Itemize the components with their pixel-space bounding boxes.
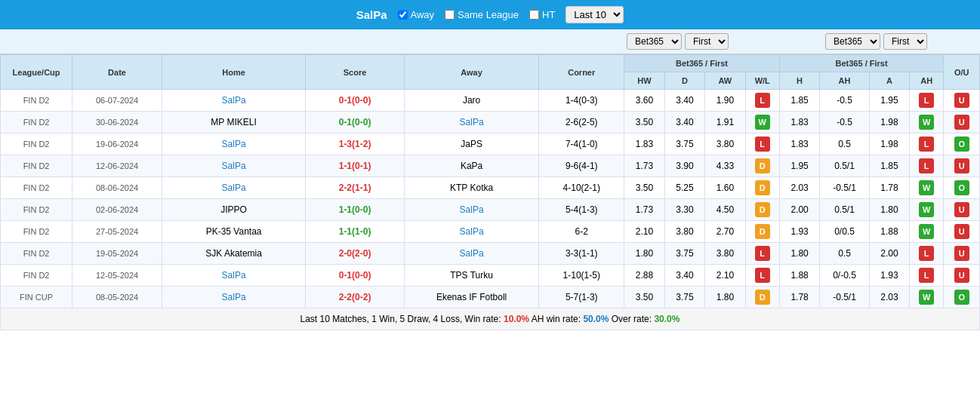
footer-ah-text: AH win rate: [529, 314, 583, 324]
footer-prefix: Last 10 Matches, 1 Win, 5 Draw, 4 Loss, … [300, 314, 504, 324]
wl-cell: L [745, 133, 779, 155]
h-cell: 1.88 [779, 265, 819, 287]
home-team[interactable]: SalPa [222, 183, 246, 193]
wl-cell: L [745, 265, 779, 287]
away-team[interactable]: SalPa [460, 117, 484, 127]
h-cell: 1.93 [779, 221, 819, 243]
aw-cell: 1.60 [705, 177, 745, 199]
date-cell: 08-06-2024 [72, 177, 162, 199]
ou-badge: O [954, 137, 969, 152]
away-option[interactable]: Away [398, 9, 435, 20]
ou-badge: U [954, 158, 969, 173]
league-cell: FIN D2 [1, 221, 72, 243]
ah2-cell: W [910, 221, 944, 243]
table-row: FIN D2 19-06-2024 SalPa 1-3(1-2) JaPS 7-… [1, 133, 980, 155]
wl-badge: L [919, 158, 934, 173]
last-dropdown[interactable]: Last 10 Last 5 Last 20 [566, 6, 624, 23]
right-first-select[interactable]: First [883, 33, 927, 50]
team-title: SalPa [356, 8, 387, 21]
h-cell: 1.95 [779, 155, 819, 177]
away-team[interactable]: SalPa [460, 204, 484, 215]
right-book-select[interactable]: Bet365 [825, 33, 880, 50]
home-team[interactable]: SalPa [222, 161, 246, 171]
ou-badge: U [954, 93, 969, 108]
home-team: PK-35 Vantaa [206, 226, 262, 237]
home-team[interactable]: SalPa [222, 270, 246, 281]
ah-cell: -0.5/1 [820, 177, 869, 199]
corner-cell: 2-6(2-5) [539, 112, 624, 133]
away-team[interactable]: SalPa [460, 248, 484, 259]
col-home: Home [162, 55, 305, 90]
d-cell: 3.75 [664, 287, 704, 308]
wl-badge: L [919, 246, 934, 261]
home-team[interactable]: SalPa [222, 139, 246, 149]
league-cell: FIN D2 [1, 199, 72, 221]
away-team[interactable]: SalPa [460, 226, 484, 237]
aw-cell: 1.80 [705, 287, 745, 308]
ht-option[interactable]: HT [529, 9, 555, 20]
a-cell: 1.88 [869, 221, 909, 243]
h-cell: 1.83 [779, 133, 819, 155]
league-cell: FIN D2 [1, 177, 72, 199]
a-cell: 1.85 [869, 155, 909, 177]
left-book-select[interactable]: Bet365 [627, 33, 682, 50]
hw-cell: 1.80 [624, 243, 664, 265]
col-aw: AW [705, 72, 745, 90]
left-first-select[interactable]: First [685, 33, 729, 50]
score-cell: 0-1(0-0) [306, 90, 405, 112]
col-h: H [779, 72, 819, 90]
wl-cell: L [745, 243, 779, 265]
home-cell: SJK Akatemia [162, 243, 305, 265]
ah-cell: 0.5/1 [820, 199, 869, 221]
home-cell: SalPa [162, 155, 305, 177]
ou-cell: U [944, 199, 980, 221]
away-cell: SalPa [404, 199, 538, 221]
table-row: FIN D2 02-06-2024 JIPPO 1-1(0-0) SalPa 5… [1, 199, 980, 221]
ah2-cell: L [910, 265, 944, 287]
ah-cell: -0.5 [820, 90, 869, 112]
ou-badge: U [954, 224, 969, 239]
corner-cell: 1-10(1-5) [539, 265, 624, 287]
wl-cell: D [745, 221, 779, 243]
d-cell: 3.75 [664, 243, 704, 265]
away-team: JaPS [461, 139, 482, 149]
main-header-row: League/Cup Date Home Score Away Corner B… [1, 55, 980, 72]
corner-cell: 1-4(0-3) [539, 90, 624, 112]
wl-cell: W [745, 112, 779, 133]
away-cell: Ekenas IF Fotboll [404, 287, 538, 308]
away-cell: KaPa [404, 155, 538, 177]
table-row: FIN D2 30-06-2024 MP MIKELI 0-1(0-0) Sal… [1, 112, 980, 133]
score-cell: 2-2(1-1) [306, 177, 405, 199]
footer-over-text: Over rate: [609, 314, 654, 324]
col-league: League/Cup [1, 55, 72, 90]
wl-badge: W [919, 115, 934, 130]
aw-cell: 2.10 [705, 265, 745, 287]
ou-cell: U [944, 90, 980, 112]
home-team[interactable]: SalPa [222, 95, 246, 106]
home-cell: MP MIKELI [162, 112, 305, 133]
score-cell: 1-3(1-2) [306, 133, 405, 155]
corner-cell: 3-3(1-1) [539, 243, 624, 265]
h-cell: 1.80 [779, 243, 819, 265]
away-cell: KTP Kotka [404, 177, 538, 199]
h-cell: 1.83 [779, 112, 819, 133]
league-cell: FIN CUP [1, 287, 72, 308]
same-league-option[interactable]: Same League [445, 9, 519, 20]
col-away: Away [404, 55, 538, 90]
hw-cell: 2.10 [624, 221, 664, 243]
ou-badge: U [954, 268, 969, 283]
home-team[interactable]: SalPa [222, 292, 246, 302]
away-cell: TPS Turku [404, 265, 538, 287]
ah2-cell: L [910, 243, 944, 265]
date-cell: 30-06-2024 [72, 112, 162, 133]
hw-cell: 3.60 [624, 90, 664, 112]
away-cell: Jaro [404, 90, 538, 112]
wl-cell: L [745, 90, 779, 112]
a-cell: 1.98 [869, 112, 909, 133]
hw-cell: 3.50 [624, 112, 664, 133]
home-team: JIPPO [220, 204, 247, 215]
a-cell: 2.03 [869, 287, 909, 308]
h-cell: 2.03 [779, 177, 819, 199]
wl-badge: L [755, 246, 770, 261]
d-cell: 5.25 [664, 177, 704, 199]
